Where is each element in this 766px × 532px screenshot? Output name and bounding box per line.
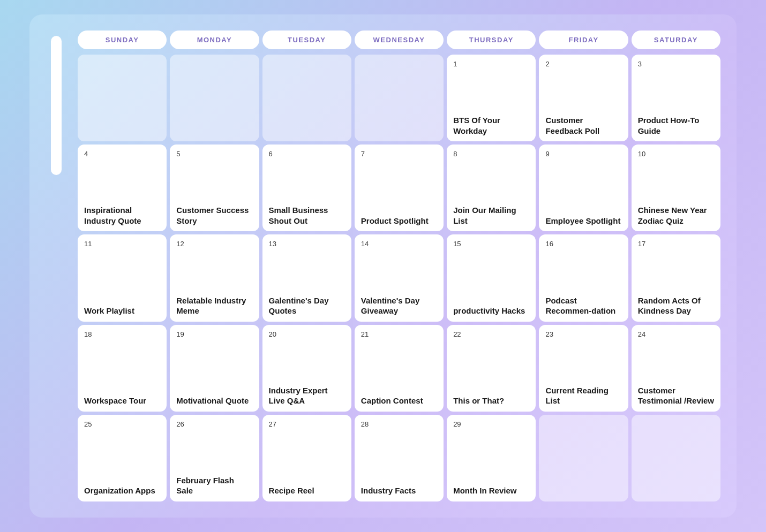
calendar-cell: 7Product Spotlight — [355, 145, 444, 231]
cell-date: 28 — [361, 420, 437, 428]
calendar-cell — [632, 415, 720, 501]
day-header: SUNDAY — [78, 31, 167, 49]
cell-date: 5 — [176, 150, 252, 158]
cell-content: Product Spotlight — [361, 216, 437, 226]
cell-content: Employee Spotlight — [545, 216, 621, 226]
cell-content: Motivational Quote — [176, 396, 252, 406]
calendar-container: SUNDAYMONDAYTUESDAYWEDNESDAYTHURSDAYFRID… — [29, 14, 737, 518]
cell-content: Small Business Shout Out — [269, 205, 345, 226]
cell-content: Current Reading List — [545, 385, 621, 406]
cell-content: Recipe Reel — [269, 485, 345, 496]
content-calendar-label — [51, 36, 62, 175]
cell-date: 13 — [269, 240, 345, 248]
calendar-cell: 2Customer Feedback Poll — [539, 55, 628, 141]
calendar-cell: 5Customer Success Story — [170, 145, 259, 231]
cell-content: Caption Contest — [361, 396, 437, 406]
calendar-cell: 23Current Reading List — [539, 325, 628, 412]
calendar-cell: 24Customer Testimonial /Review — [632, 325, 720, 412]
calendar-main: SUNDAYMONDAYTUESDAYWEDNESDAYTHURSDAYFRID… — [78, 31, 720, 501]
calendar-cell: 1BTS Of Your Workday — [447, 55, 536, 141]
cell-date: 6 — [269, 150, 345, 158]
cell-content: Industry Facts — [361, 485, 437, 496]
cell-date: 14 — [361, 240, 437, 248]
calendar-cell: 26February Flash Sale — [170, 415, 259, 501]
cell-content: Workspace Tour — [84, 396, 160, 406]
calendar-cell — [262, 55, 351, 141]
cell-content: Galentine's Day Quotes — [269, 295, 345, 316]
day-header: TUESDAY — [262, 31, 351, 49]
calendar-cell: 8Join Our Mailing List — [447, 145, 536, 231]
cell-date: 20 — [269, 330, 345, 338]
cell-date: 1 — [453, 60, 529, 68]
calendar-cell — [170, 55, 259, 141]
cell-date: 25 — [84, 420, 160, 428]
calendar-cell — [78, 55, 167, 141]
cell-content: Work Playlist — [84, 306, 160, 316]
cell-content: This or That? — [453, 396, 529, 406]
cell-date: 27 — [269, 420, 345, 428]
calendar-cell: 13Galentine's Day Quotes — [262, 234, 351, 321]
cell-content: Valentine's Day Giveaway — [361, 295, 437, 316]
calendar-cell: 16Podcast Recommen-dation — [539, 234, 628, 321]
cell-date: 8 — [453, 150, 529, 158]
calendar-cell: 20Industry Expert Live Q&A — [262, 325, 351, 412]
cell-date: 7 — [361, 150, 437, 158]
calendar-header: SUNDAYMONDAYTUESDAYWEDNESDAYTHURSDAYFRID… — [78, 31, 720, 49]
calendar-cell — [355, 55, 444, 141]
day-header: THURSDAY — [447, 31, 536, 49]
cell-date: 26 — [176, 420, 252, 428]
cell-content: productivity Hacks — [453, 306, 529, 316]
calendar-cell: 21Caption Contest — [355, 325, 444, 412]
cell-date: 12 — [176, 240, 252, 248]
cell-date: 4 — [84, 150, 160, 158]
calendar-cell: 15productivity Hacks — [447, 234, 536, 321]
calendar-cell: 28Industry Facts — [355, 415, 444, 501]
calendar-cell: 25Organization Apps — [78, 415, 167, 501]
cell-content: Relatable Industry Meme — [176, 295, 252, 316]
cell-date: 2 — [545, 60, 621, 68]
cell-date: 29 — [453, 420, 529, 428]
cell-date: 9 — [545, 150, 621, 158]
cell-content: BTS Of Your Workday — [453, 115, 529, 136]
calendar-grid: 1BTS Of Your Workday2Customer Feedback P… — [78, 55, 720, 501]
calendar-cell: 11Work Playlist — [78, 234, 167, 321]
cell-content: Podcast Recommen-dation — [545, 295, 621, 316]
calendar-cell: 14Valentine's Day Giveaway — [355, 234, 444, 321]
day-header: WEDNESDAY — [355, 31, 444, 49]
calendar-cell: 17Random Acts Of Kindness Day — [632, 234, 720, 321]
cell-date: 19 — [176, 330, 252, 338]
cell-date: 21 — [361, 330, 437, 338]
day-header: SATURDAY — [632, 31, 720, 49]
cell-content: Chinese New Year Zodiac Quiz — [638, 205, 714, 226]
cell-content: February Flash Sale — [176, 475, 252, 496]
day-header: FRIDAY — [539, 31, 628, 49]
cell-date: 10 — [638, 150, 714, 158]
cell-content: Random Acts Of Kindness Day — [638, 295, 714, 316]
cell-date: 22 — [453, 330, 529, 338]
cell-content: Customer Testimonial /Review — [638, 385, 714, 406]
cell-date: 18 — [84, 330, 160, 338]
cell-content: Join Our Mailing List — [453, 205, 529, 226]
calendar-cell: 27Recipe Reel — [262, 415, 351, 501]
day-header: MONDAY — [170, 31, 259, 49]
calendar-cell: 12Relatable Industry Meme — [170, 234, 259, 321]
calendar-cell — [539, 415, 628, 501]
calendar-cell: 29Month In Review — [447, 415, 536, 501]
calendar-cell: 19Motivational Quote — [170, 325, 259, 412]
calendar-cell: 6Small Business Shout Out — [262, 145, 351, 231]
cell-date: 24 — [638, 330, 714, 338]
cell-date: 16 — [545, 240, 621, 248]
cell-content: Industry Expert Live Q&A — [269, 385, 345, 406]
calendar-cell: 22This or That? — [447, 325, 536, 412]
cell-content: Customer Success Story — [176, 205, 252, 226]
cell-content: Inspirational Industry Quote — [84, 205, 160, 226]
cell-date: 3 — [638, 60, 714, 68]
calendar-cell: 3Product How-To Guide — [632, 55, 720, 141]
cell-content: Customer Feedback Poll — [545, 115, 621, 136]
cell-content: Month In Review — [453, 485, 529, 496]
cell-date: 15 — [453, 240, 529, 248]
calendar-cell: 9Employee Spotlight — [539, 145, 628, 231]
cell-content: Organization Apps — [84, 485, 160, 496]
side-labels — [35, 31, 78, 501]
cell-content: Product How-To Guide — [638, 115, 714, 136]
